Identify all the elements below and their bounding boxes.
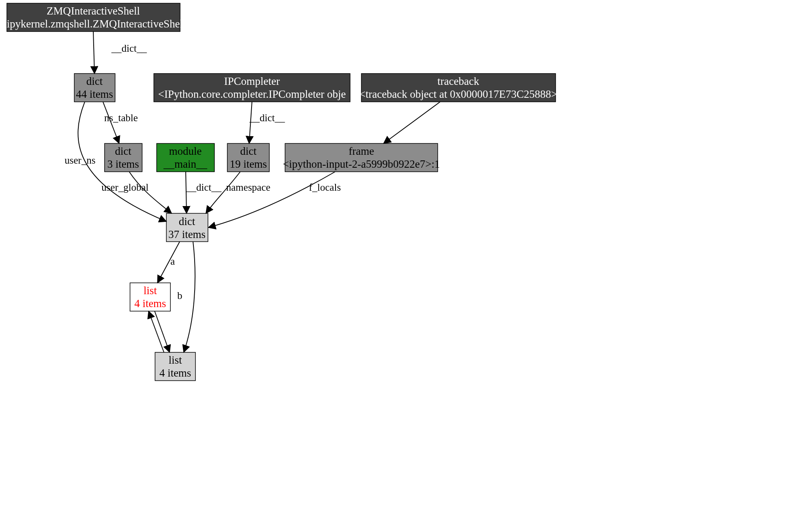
zmq-title: ZMQInteractiveShell <box>47 5 140 17</box>
edge-label-dict2: __dict__ <box>249 112 285 123</box>
dict3-subtitle: 3 items <box>107 158 139 170</box>
node-frame: frame <ipython-input-2-a5999b0922e7>:1 <box>283 143 440 172</box>
dict19-subtitle: 19 items <box>230 158 267 170</box>
dict37-subtitle: 37 items <box>168 228 206 240</box>
zmq-subtitle: <ipykernel.zmqshell.ZMQInteractiveShell <box>0 18 186 30</box>
node-traceback: traceback <traceback object at 0x0000017… <box>359 74 557 102</box>
node-dict-3: dict 3 items <box>105 143 142 172</box>
object-graph: ZMQInteractiveShell <ipykernel.zmqshell.… <box>0 0 812 516</box>
edge-list4b-list4a <box>149 311 164 352</box>
edge-label-a: a <box>170 256 175 267</box>
edge-zmq-dict44: __dict__ <box>93 32 147 74</box>
edge-dict37-list4a: a <box>157 242 180 283</box>
edge-label-userglobal: user_global <box>101 182 149 193</box>
ipcompleter-title: IPCompleter <box>224 75 280 87</box>
edge-label-namespace: namespace <box>226 182 271 193</box>
dict37-title: dict <box>179 215 195 227</box>
dict19-title: dict <box>240 145 257 157</box>
edge-frame-dict37: f_locals <box>208 172 341 227</box>
dict44-subtitle: 44 items <box>76 88 113 100</box>
edge-dict37-list4b: b <box>177 242 195 352</box>
traceback-subtitle: <traceback object at 0x0000017E73C25888> <box>359 88 557 100</box>
edge-label-userns: user_ns <box>65 155 95 166</box>
node-list-4-highlighted: list 4 items <box>130 283 170 311</box>
edge-label-b: b <box>177 290 183 301</box>
list4a-title: list <box>143 284 157 297</box>
node-module-main: module __main__ <box>157 143 214 172</box>
frame-title: frame <box>349 145 374 157</box>
edge-dict44-dict3: ns_table <box>103 102 138 143</box>
edge-label-flocals: f_locals <box>309 182 341 193</box>
node-dict-37: dict 37 items <box>166 213 208 242</box>
edge-label-dict: __dict__ <box>111 43 147 54</box>
traceback-title: traceback <box>437 75 479 87</box>
edge-label-dict3: __dict__ <box>186 182 222 193</box>
node-ipcompleter: IPCompleter <IPython.core.completer.IPCo… <box>154 74 350 102</box>
edge-label-nstable: ns_table <box>104 112 138 123</box>
edge-traceback-frame <box>384 102 440 143</box>
frame-subtitle: <ipython-input-2-a5999b0922e7>:1 <box>283 158 440 170</box>
dict3-title: dict <box>115 145 132 157</box>
node-list-4-bottom: list 4 items <box>155 352 195 381</box>
list4a-subtitle: 4 items <box>134 297 166 310</box>
edge-list4a-list4b <box>155 311 170 352</box>
module-subtitle: __main__ <box>163 158 207 170</box>
node-dict-19: dict 19 items <box>227 143 269 172</box>
list4b-title: list <box>168 354 182 366</box>
dict44-title: dict <box>86 75 103 87</box>
node-zmqinteractiveshell: ZMQInteractiveShell <ipykernel.zmqshell.… <box>0 3 186 32</box>
node-dict-44: dict 44 items <box>74 74 115 102</box>
list4b-subtitle: 4 items <box>159 367 191 379</box>
ipcompleter-subtitle: <IPython.core.completer.IPCompleter obje <box>158 88 346 100</box>
module-title: module <box>169 145 202 157</box>
edge-module-dict37: __dict__ <box>186 172 222 213</box>
edge-ipcompleter-dict19: __dict__ <box>249 102 285 143</box>
